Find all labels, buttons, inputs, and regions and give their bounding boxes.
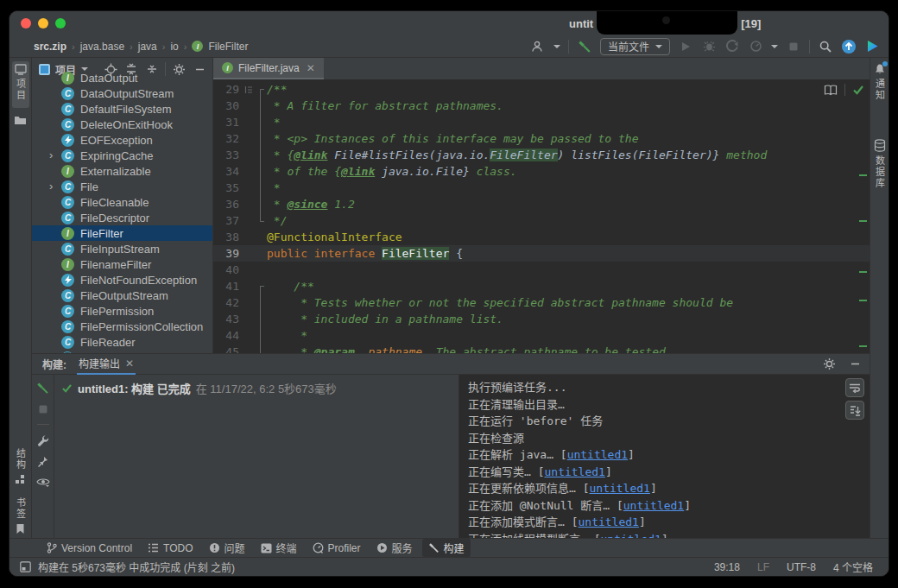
expand-chevron-icon[interactable]: ›: [49, 148, 61, 163]
code-line-33[interactable]: 33 * {@link File#listFiles(java.io.FileF…: [213, 147, 870, 163]
zoom-button[interactable]: [55, 18, 66, 28]
user-dropdown-chevron-icon[interactable]: [553, 45, 560, 48]
breadcrumb-java-base[interactable]: java.base: [80, 41, 124, 53]
tool-problems[interactable]: 问题: [203, 539, 251, 557]
fold-marker[interactable]: [255, 212, 267, 229]
tool-version-control[interactable]: Version Control: [41, 541, 138, 556]
run-configuration-select[interactable]: 当前文件: [600, 38, 670, 55]
tree-item-filefilter[interactable]: IFileFilter: [32, 225, 212, 241]
tool-terminal[interactable]: 终端: [255, 539, 303, 557]
commit-folder-icon[interactable]: [14, 115, 27, 126]
tree-item-file[interactable]: ›CFile: [32, 179, 212, 194]
tree-item-filepermission[interactable]: CFilePermission: [32, 303, 212, 319]
rendered-doc-toggle-icon[interactable]: [243, 81, 255, 98]
tree-item-filecleanable[interactable]: CFileCleanable: [32, 194, 212, 210]
file-encoding[interactable]: UTF-8: [781, 561, 821, 573]
code-line-38[interactable]: 38@FunctionalInterface: [213, 229, 870, 245]
build-settings-wrench-icon[interactable]: [37, 434, 49, 446]
caret-position[interactable]: 39:18: [709, 561, 745, 573]
code-line-41[interactable]: 41 /**: [213, 278, 870, 294]
tab-build-output[interactable]: 构建输出 ✕: [77, 354, 136, 375]
profiler-dropdown-chevron-icon[interactable]: [771, 45, 778, 48]
code-editor[interactable]: 29/**30 * A filter for abstract pathname…: [213, 79, 870, 353]
code-line-45[interactable]: 45 * @param pathname The abstract pathna…: [213, 344, 870, 353]
pin-tab-icon[interactable]: [37, 456, 48, 467]
sidebar-item-project[interactable]: 项目: [12, 61, 29, 108]
code-line-31[interactable]: 31 *: [213, 114, 870, 130]
code-line-40[interactable]: 40: [213, 262, 870, 278]
code-line-39[interactable]: 39public interface FileFilter {: [213, 245, 870, 262]
code-line-43[interactable]: 43 * included in a pathname list.: [213, 311, 870, 327]
tree-item-eofexception[interactable]: EOFException: [32, 132, 212, 148]
update-available-icon[interactable]: [841, 39, 857, 54]
tree-item-expiringcache[interactable]: ›CExpiringCache: [32, 148, 212, 163]
code-line-34[interactable]: 34 * of the {@link java.io.File} class.: [213, 163, 870, 180]
breadcrumb-src-zip[interactable]: src.zip: [34, 41, 66, 53]
tool-window-switcher-icon[interactable]: [20, 561, 31, 572]
tree-item-filepermissioncollection[interactable]: CFilePermissionCollection: [32, 319, 212, 334]
hide-build-panel-icon[interactable]: [847, 357, 863, 372]
tree-item-defaultfilesystem[interactable]: CDefaultFileSystem: [32, 101, 212, 117]
sidebar-item-structure[interactable]: 结构: [14, 445, 28, 485]
feature-trainer-icon[interactable]: [864, 39, 880, 54]
tree-item-fileinputstream[interactable]: CFileInputStream: [32, 241, 212, 256]
status-message[interactable]: 构建在 5秒673毫秒 中成功完成 (片刻 之前): [38, 560, 235, 574]
scroll-to-end-icon[interactable]: [845, 401, 864, 420]
sidebar-item-bookmarks[interactable]: 书签: [14, 494, 28, 534]
indent-setting[interactable]: 4 个空格: [828, 560, 878, 574]
reader-mode-icon[interactable]: [824, 85, 838, 96]
fold-marker[interactable]: [255, 278, 267, 294]
run-with-coverage-icon[interactable]: [724, 39, 740, 54]
code-line-42[interactable]: 42 * Tests whether or not the specified …: [213, 294, 870, 311]
tree-item-filedescriptor[interactable]: CFileDescriptor: [32, 210, 212, 225]
user-account-icon[interactable]: [530, 39, 546, 54]
build-settings-gear-icon[interactable]: [821, 357, 837, 372]
tree-item-fileoutputstream[interactable]: CFileOutputStream: [32, 288, 212, 303]
tree-item-deleteonexithook[interactable]: CDeleteOnExitHook: [32, 117, 212, 132]
build-tab-close-icon[interactable]: ✕: [125, 357, 134, 370]
breadcrumb-filefilter[interactable]: FileFilter: [208, 41, 248, 53]
console-module-link[interactable]: untitled1: [544, 465, 604, 478]
console-module-link[interactable]: untitled1: [567, 448, 628, 461]
notifications-bell-icon[interactable]: [874, 63, 886, 75]
breadcrumb-java[interactable]: java: [138, 41, 157, 53]
code-line-36[interactable]: 36 * @since 1.2: [213, 196, 870, 212]
tree-item-filenamefilter[interactable]: IFilenameFilter: [32, 256, 212, 272]
code-line-29[interactable]: 29/**: [213, 81, 870, 98]
build-hammer-icon[interactable]: [577, 39, 592, 54]
code-line-37[interactable]: 37 */: [213, 212, 870, 229]
minimize-button[interactable]: [38, 18, 48, 28]
database-icon[interactable]: [874, 139, 886, 152]
inspections-ok-icon[interactable]: [852, 85, 864, 95]
rerun-build-icon[interactable]: [36, 382, 49, 395]
stop-build-icon[interactable]: [38, 404, 48, 414]
search-everywhere-icon[interactable]: [818, 39, 833, 54]
fold-marker[interactable]: [255, 81, 267, 98]
build-console[interactable]: 执行预编译任务...正在清理输出目录…正在运行 'before' 任务正在检查源…: [459, 375, 870, 538]
code-line-44[interactable]: 44 *: [213, 327, 870, 344]
tab-close-icon[interactable]: ✕: [307, 62, 315, 74]
line-ending[interactable]: LF: [752, 561, 775, 573]
tool-services[interactable]: 服务: [370, 539, 419, 557]
tool-build[interactable]: 构建: [422, 539, 471, 557]
build-result-row[interactable]: untitled1: 构建 已完成 在 11/17/22, 6:2 5秒673毫…: [61, 380, 452, 396]
console-module-link[interactable]: untitled1: [578, 515, 638, 528]
soft-wrap-toggle-icon[interactable]: [845, 378, 864, 397]
console-module-link[interactable]: untitled1: [600, 533, 661, 539]
run-icon[interactable]: [678, 39, 693, 54]
breadcrumb-io[interactable]: io: [170, 41, 178, 53]
console-module-link[interactable]: untitled1: [623, 499, 684, 512]
stop-icon[interactable]: [786, 39, 801, 54]
code-line-32[interactable]: 32 * <p> Instances of this interface may…: [213, 130, 870, 147]
tool-todo[interactable]: TODO: [142, 541, 199, 556]
tab-filefilter-java[interactable]: I FileFilter.java ✕: [213, 58, 324, 79]
code-line-35[interactable]: 35 *: [213, 180, 870, 196]
tree-item-filereader[interactable]: CFileReader: [32, 334, 212, 350]
notifications-stripe-label[interactable]: 通知: [873, 79, 887, 101]
view-options-eye-icon[interactable]: [36, 477, 50, 487]
tree-item-dataoutputstream[interactable]: CDataOutputStream: [32, 85, 212, 101]
tree-item-filenotfoundexception[interactable]: FileNotFoundException: [32, 272, 212, 288]
debug-icon[interactable]: [701, 39, 717, 54]
tool-profiler[interactable]: Profiler: [307, 541, 367, 556]
code-line-30[interactable]: 30 * A filter for abstract pathnames.: [213, 98, 870, 114]
